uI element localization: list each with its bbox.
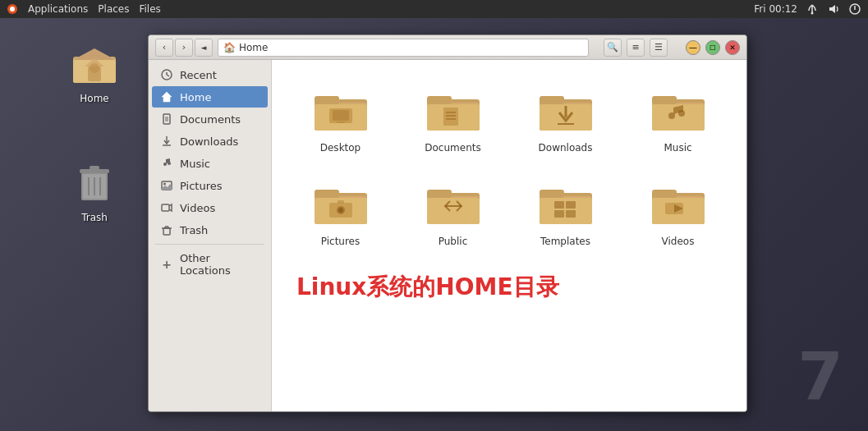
topbar: Applications Places Files Fri 00:12	[0, 0, 868, 18]
folder-item-templates[interactable]: Templates	[513, 170, 618, 255]
svg-rect-67	[315, 190, 339, 198]
videos-folder-icon	[652, 178, 705, 231]
back-button[interactable]: ‹	[155, 39, 173, 57]
sidebar-item-other-locations[interactable]: + Other Locations	[152, 248, 268, 281]
power-icon[interactable]	[848, 2, 861, 16]
svg-point-9	[90, 63, 99, 73]
folder-label-templates: Templates	[540, 236, 590, 247]
menu-button[interactable]: ☰	[650, 39, 668, 57]
sidebar-label-downloads: Downloads	[180, 135, 238, 148]
svg-rect-81	[554, 201, 564, 209]
main-area: Recent Home	[149, 60, 746, 411]
desktop-icon-home[interactable]: Home	[62, 37, 127, 104]
files-menu[interactable]: Files	[139, 3, 160, 15]
svg-rect-20	[165, 99, 168, 102]
svg-rect-75	[427, 190, 452, 198]
folder-label-videos: Videos	[662, 236, 695, 247]
breadcrumb[interactable]: 🏠 Home	[218, 39, 589, 57]
forward-button[interactable]: ›	[175, 39, 193, 57]
sidebar-divider	[155, 244, 264, 245]
sidebar-label-recent: Recent	[180, 69, 217, 81]
desktop-folder-icon	[315, 85, 367, 137]
documents-folder-icon	[427, 85, 480, 137]
maximize-button[interactable]: □	[705, 40, 720, 55]
videos-nav-icon	[160, 201, 173, 214]
network-icon	[806, 2, 819, 16]
templates-folder-icon	[540, 178, 592, 231]
desktop-icon-trash[interactable]: Trash	[62, 156, 127, 223]
svg-line-19	[167, 75, 169, 76]
watermark: 7	[797, 338, 843, 415]
sidebar-item-music[interactable]: Music	[152, 153, 268, 174]
search-button[interactable]: 🔍	[604, 39, 622, 57]
sidebar-label-pictures: Pictures	[180, 180, 222, 192]
folder-item-pictures[interactable]: Pictures	[288, 170, 393, 255]
svg-rect-71	[338, 200, 344, 204]
other-locations-icon: +	[160, 258, 173, 271]
folder-item-public[interactable]: Public	[401, 170, 505, 255]
pictures-folder-icon	[315, 178, 367, 231]
svg-rect-84	[566, 210, 576, 218]
minimize-icon: —	[689, 43, 697, 52]
places-menu[interactable]: Places	[98, 3, 129, 15]
home-icon-label: Home	[80, 93, 108, 104]
svg-point-63	[678, 110, 685, 117]
sidebar-item-recent[interactable]: Recent	[152, 64, 268, 85]
svg-rect-80	[540, 190, 564, 198]
music-folder-icon	[652, 85, 705, 137]
home-folder-icon	[68, 37, 121, 89]
svg-rect-31	[162, 204, 169, 211]
close-icon: ✕	[729, 44, 736, 52]
svg-rect-43	[337, 122, 345, 123]
svg-rect-55	[540, 96, 564, 104]
svg-rect-74	[427, 198, 480, 224]
sidebar-item-videos[interactable]: Videos	[152, 197, 268, 218]
file-manager-window: ‹ › ◄ 🏠 Home 🔍 ≡ ☰ — □ ✕	[148, 34, 747, 412]
sidebar-item-trash[interactable]: Trash	[152, 219, 268, 241]
sidebar-item-documents[interactable]: Documents	[152, 108, 268, 130]
recent-icon	[160, 68, 173, 81]
maximize-icon: □	[710, 44, 716, 51]
up-button[interactable]: ◄	[195, 39, 213, 57]
breadcrumb-home-icon: 🏠	[223, 42, 236, 53]
content-area: Desktop	[272, 60, 746, 411]
applications-menu[interactable]: Applications	[28, 3, 88, 15]
sidebar-label-other-locations: Other Locations	[180, 252, 259, 277]
titlebar: ‹ › ◄ 🏠 Home 🔍 ≡ ☰ — □ ✕	[149, 35, 746, 60]
sidebar-item-home[interactable]: Home	[152, 86, 268, 108]
sidebar-label-music: Music	[180, 158, 210, 170]
close-button[interactable]: ✕	[725, 40, 740, 55]
minimize-button[interactable]: —	[686, 40, 700, 55]
view-list-button[interactable]: ≡	[627, 39, 645, 57]
documents-nav-icon	[160, 112, 173, 126]
pictures-nav-icon	[160, 179, 173, 192]
svg-point-28	[168, 162, 171, 165]
folder-item-music[interactable]: Music	[626, 76, 730, 162]
nav-buttons: ‹ › ◄	[155, 39, 213, 57]
folder-item-downloads[interactable]: Downloads	[513, 76, 618, 162]
breadcrumb-label: Home	[239, 42, 268, 53]
folder-item-desktop[interactable]: Desktop	[288, 76, 393, 162]
folder-label-public: Public	[439, 236, 468, 247]
sidebar-item-downloads[interactable]: Downloads	[152, 131, 268, 152]
folder-item-videos[interactable]: Videos	[626, 170, 730, 255]
svg-rect-32	[163, 228, 170, 235]
music-nav-icon	[160, 157, 173, 170]
sidebar: Recent Home	[149, 60, 272, 411]
downloads-nav-icon	[160, 135, 173, 148]
sidebar-label-trash: Trash	[180, 224, 208, 236]
svg-rect-82	[566, 201, 576, 209]
sidebar-item-pictures[interactable]: Pictures	[152, 175, 268, 196]
svg-rect-88	[652, 190, 677, 198]
svg-rect-47	[427, 96, 452, 104]
sidebar-label-documents: Documents	[180, 113, 241, 126]
folder-item-documents[interactable]: Documents	[401, 76, 505, 162]
svg-rect-61	[652, 96, 677, 104]
svg-point-1	[10, 7, 15, 11]
svg-point-2	[811, 12, 814, 15]
trash-nav-icon	[160, 223, 173, 236]
folder-label-pictures: Pictures	[321, 236, 361, 247]
folder-label-downloads: Downloads	[539, 142, 593, 154]
desktop: Applications Places Files Fri 00:12	[0, 0, 868, 431]
sidebar-label-videos: Videos	[180, 202, 215, 214]
